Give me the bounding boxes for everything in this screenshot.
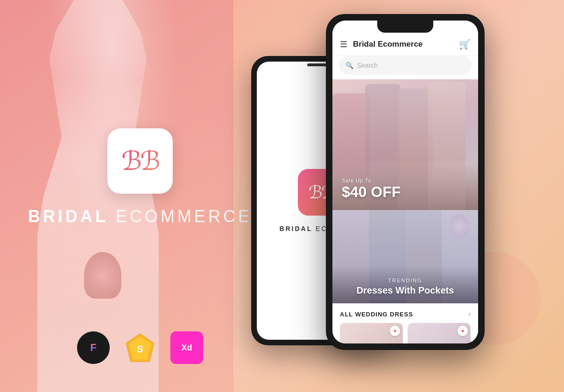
section-header: ALL WEDDING DRESS › bbox=[340, 310, 471, 318]
tool-icons-row: F S Xd bbox=[77, 331, 203, 364]
search-bar[interactable]: 🔍 Search bbox=[339, 56, 472, 75]
product-card-1[interactable]: ♥ bbox=[340, 323, 403, 343]
trending-section: TRENDING Dresses With Pockets bbox=[332, 210, 478, 303]
bottom-section: ALL WEDDING DRESS › ♥ ♥ bbox=[332, 303, 478, 343]
trending-label: TRENDING bbox=[332, 278, 478, 283]
logo-box: ℬℬ bbox=[107, 128, 173, 194]
hero-sale-overlay: Sale Up To $40 OFF bbox=[342, 178, 401, 201]
figma-label: F bbox=[90, 342, 96, 354]
trending-title: Dresses With Pockets bbox=[332, 285, 478, 296]
section-arrow[interactable]: › bbox=[468, 310, 471, 318]
menu-icon[interactable]: ☰ bbox=[340, 39, 347, 49]
brand-name: BRIDAL ECOMMERCE bbox=[28, 207, 252, 226]
xd-icon: Xd bbox=[170, 331, 203, 364]
svg-text:S: S bbox=[137, 344, 143, 354]
floral-accent bbox=[450, 215, 469, 238]
phones-area: ℬℬ BRIDAL ECOMME... ☰ Bridal Ecommerce 🛒… bbox=[237, 0, 564, 392]
brand-bold: BRIDAL bbox=[28, 207, 108, 226]
phone-front: ☰ Bridal Ecommerce 🛒 🔍 Search bbox=[326, 14, 485, 350]
sketch-svg: S bbox=[124, 331, 156, 364]
phone-front-notch bbox=[377, 21, 433, 33]
product-card-2[interactable]: ♥ bbox=[408, 323, 471, 343]
heart-icon-2[interactable]: ♥ bbox=[458, 326, 468, 336]
product-grid: ♥ ♥ bbox=[340, 323, 471, 343]
xd-label: Xd bbox=[181, 343, 192, 353]
hero-sale-label: Sale Up To bbox=[342, 178, 401, 183]
heart-icon-1[interactable]: ♥ bbox=[390, 326, 400, 336]
app-bar: ☰ Bridal Ecommerce 🛒 bbox=[332, 33, 478, 56]
search-placeholder-text: Search bbox=[357, 62, 378, 69]
phone-front-screen: ☰ Bridal Ecommerce 🛒 🔍 Search bbox=[332, 21, 478, 343]
cart-icon[interactable]: 🛒 bbox=[459, 39, 471, 50]
hero-banner: Sale Up To $40 OFF bbox=[332, 79, 478, 210]
app-title: Bridal Ecommerce bbox=[353, 40, 459, 49]
figma-icon: F bbox=[77, 331, 110, 364]
brand-light: ECOMMERCE bbox=[108, 207, 252, 226]
section-title: ALL WEDDING DRESS bbox=[340, 311, 413, 318]
sketch-icon: S bbox=[124, 331, 156, 364]
search-icon: 🔍 bbox=[345, 62, 353, 69]
trending-overlay: TRENDING Dresses With Pockets bbox=[332, 278, 478, 296]
hero-sale-amount: $40 OFF bbox=[342, 183, 401, 201]
logo-symbol: ℬℬ bbox=[121, 148, 159, 174]
phone-back-brand-bold: BRIDAL bbox=[279, 225, 316, 232]
